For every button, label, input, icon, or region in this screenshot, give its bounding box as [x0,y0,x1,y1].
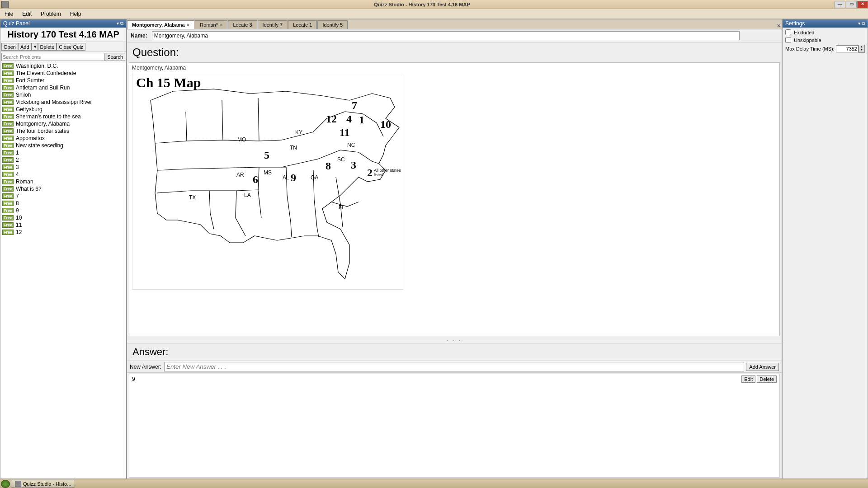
taskbar-item[interactable]: Quizz Studio - Histo... [11,480,75,488]
settings-header: Settings ▾ ⧉ [783,19,868,28]
splitter-handle[interactable]: · · · [127,338,782,343]
problem-item[interactable]: FreeRoman [0,178,126,185]
tabs-overflow-icon[interactable]: ✕ [775,23,782,29]
maximize-button[interactable]: ▭ [846,1,857,8]
problem-item[interactable]: FreeWhat is 6? [0,185,126,192]
problem-item[interactable]: Free1 [0,149,126,156]
problem-item[interactable]: Free2 [0,156,126,164]
tab[interactable]: Locate 3 [228,20,257,29]
menu-file[interactable]: File [0,11,18,17]
editor-area: Montgomery, Alabama×Roman*×Locate 3Ident… [127,19,782,479]
free-badge: Free [2,128,14,134]
map-number-11: 11 [340,127,350,139]
max-delay-label: Max Delay Time (MS): [785,46,836,52]
tab[interactable]: Roman*× [195,20,227,29]
problem-item[interactable]: Free7 [0,192,126,200]
menu-help[interactable]: Help [66,11,86,17]
problem-item[interactable]: FreeNew state seceding [0,142,126,149]
problem-item[interactable]: Free8 [0,200,126,207]
add-button[interactable]: Add [18,43,32,51]
tab-label: Roman* [200,22,218,28]
problem-item-label: 7 [16,193,19,199]
close-button[interactable]: ✕ [857,1,868,8]
problem-item[interactable]: FreeThe four border states [0,127,126,135]
quiz-panel: Quiz Panel ▾ ⧉ History 170 Test 4.16 MAP… [0,19,127,479]
answer-item: 9EditDelete [129,374,779,384]
search-input[interactable] [1,53,105,61]
settings-dropdown-icon[interactable]: ▾ ⧉ [858,21,865,26]
problem-item-label: Fort Sumter [16,77,44,84]
answer-header: Answer: [127,343,782,361]
problem-item[interactable]: FreeWashington, D.C. [0,62,126,70]
answer-edit-button[interactable]: Edit [741,375,755,383]
problem-item[interactable]: FreeAppomattox [0,135,126,142]
free-badge: Free [2,193,14,199]
problem-item[interactable]: FreeAntietam and Bull Run [0,84,126,91]
panel-dropdown-icon[interactable]: ▾ ⧉ [117,21,123,26]
map-number-7: 7 [352,99,357,112]
problem-item-label: The four border states [16,128,69,134]
map-number-8: 8 [326,160,331,172]
search-button[interactable]: Search [105,53,125,61]
problem-item[interactable]: Free12 [0,229,126,236]
new-answer-input[interactable] [164,362,744,371]
map-number-6: 6 [253,174,258,186]
tab[interactable]: Montgomery, Alabama× [127,20,194,29]
free-badge: Free [2,208,14,213]
free-badge: Free [2,157,14,163]
excluded-checkbox[interactable] [785,29,791,35]
max-delay-spinner[interactable]: ▲▼ [859,45,865,53]
problem-item[interactable]: FreeMontgomery, Alabama [0,120,126,127]
add-answer-button[interactable]: Add Answer [746,363,779,371]
free-badge: Free [2,230,14,235]
add-dropdown-icon[interactable]: ▾ [32,43,38,51]
problem-item-label: Montgomery, Alabama [16,121,70,127]
problem-item[interactable]: Free9 [0,207,126,214]
problem-item[interactable]: FreeVicksburg and Mississippi River [0,99,126,106]
problem-item[interactable]: Free10 [0,214,126,221]
problem-item[interactable]: FreeGettysburg [0,106,126,113]
free-badge: Free [2,186,14,192]
settings-panel: Settings ▾ ⧉ Excluded Unskippable Max De… [782,19,868,479]
unskippable-checkbox[interactable] [785,37,791,43]
answer-list: 9EditDelete [129,374,780,478]
problem-item[interactable]: FreeThe Elevent Confederate [0,70,126,77]
free-badge: Free [2,215,14,221]
start-button[interactable] [1,480,10,488]
answer-delete-button[interactable]: Delete [757,375,777,383]
problem-item[interactable]: FreeShiloh [0,91,126,99]
problem-list[interactable]: FreeWashington, D.C.FreeThe Elevent Conf… [0,62,126,479]
problem-item[interactable]: FreeSherman's route to the sea [0,113,126,120]
taskbar: Quizz Studio - Histo... [0,479,868,488]
problem-item[interactable]: Free3 [0,164,126,171]
free-badge: Free [2,164,14,170]
open-button[interactable]: Open [1,43,18,51]
problem-item[interactable]: Free4 [0,171,126,178]
problem-item[interactable]: FreeFort Sumter [0,77,126,84]
tab-close-icon[interactable]: × [220,22,222,28]
problem-item[interactable]: Free11 [0,221,126,229]
settings-title: Settings [785,20,805,27]
tab-label: Identify 7 [263,22,283,28]
name-input[interactable] [152,31,740,40]
minimize-button[interactable]: — [835,1,845,8]
tab-close-icon[interactable]: × [187,22,189,28]
free-badge: Free [2,121,14,127]
window-title: Quizz Studio - History 170 Test 4.16 MAP [10,2,834,7]
menu-edit[interactable]: Edit [18,11,36,17]
app-icon [1,1,9,8]
free-badge: Free [2,63,14,69]
menu-problem[interactable]: Problem [36,11,66,17]
question-body[interactable]: Montgomery, Alabama [129,62,780,336]
tab[interactable]: Identify 7 [258,20,288,29]
map-title: Ch 15 Map [136,75,201,90]
unskippable-label: Unskippable [794,38,821,43]
free-badge: Free [2,179,14,184]
delete-button[interactable]: Delete [38,43,57,51]
tab[interactable]: Identify 5 [317,20,348,29]
map-number-4: 4 [346,113,352,125]
max-delay-input[interactable] [836,45,859,52]
close-quiz-button[interactable]: Close Quiz [57,43,85,51]
tab[interactable]: Locate 1 [288,20,317,29]
menubar: File Edit Problem Help [0,9,868,19]
